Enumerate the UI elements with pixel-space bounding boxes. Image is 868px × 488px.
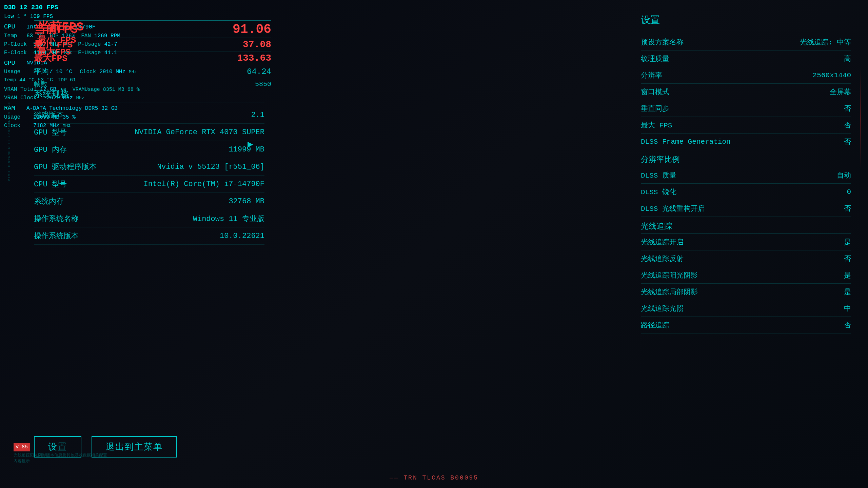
ray-tracing-row: 光线追踪反射 否 — [641, 250, 851, 267]
version-description: 光线追踪阳光阴影版本信息及其他游戏数据相关配置内容显示 — [14, 453, 108, 464]
specs-title: 系统规格 — [34, 88, 264, 102]
spec-row: GPU 驱动程序版本 Nvidia v 55123 [r551_06] — [34, 158, 264, 176]
avg-fps-label: 平均 — [34, 66, 49, 77]
setting-row: 纹理质量 高 — [641, 50, 851, 67]
spec-value-3: Nvidia v 55123 [r551_06] — [157, 163, 264, 171]
spec-value-5: 32768 MB — [229, 197, 264, 206]
ray-tracing-row: 光线追踪光照 中 — [641, 300, 851, 317]
resolution-ratio-header: 分辨率比例 — [641, 150, 851, 167]
setting-value-2: 全屏幕 — [830, 87, 851, 97]
setting-label-4: 最大 FPS — [641, 120, 672, 130]
rr-label-2: DLSS 光线重构开启 — [641, 204, 705, 213]
frames-value: 5850 — [255, 80, 271, 88]
spec-value-7: 10.0.22621 — [220, 232, 264, 240]
cursor-arrow: ▶ — [248, 138, 253, 150]
preset-value: 光线追踪: 中等 — [800, 37, 851, 47]
rr-label-0: DLSS 质量 — [641, 170, 676, 180]
preset-label: 预设方案名称 — [641, 37, 684, 47]
specs-section: 系统规格 游戏版本 2.1 GPU 型号 NVIDIA GeForce RTX … — [34, 88, 264, 245]
rr-value-1: 0 — [847, 188, 851, 196]
rt-value-2: 是 — [844, 270, 851, 280]
spec-row: GPU 型号 NVIDIA GeForce RTX 4070 SUPER — [34, 124, 264, 141]
rt-label-1: 光线追踪反射 — [641, 254, 684, 263]
rr-label-1: DLSS 锐化 — [641, 187, 676, 197]
cpu-label: CPU — [4, 22, 24, 32]
rt-value-5: 否 — [844, 320, 851, 330]
left-decoration: CYBERPUNK 2077 PERFORMANCE DATA — [7, 102, 11, 182]
spec-value-2: 11999 MB — [229, 145, 264, 154]
ray-tracing-header: 光线追踪 — [641, 217, 851, 234]
gpu-usage-label: Usage — [4, 68, 31, 76]
spec-row: 操作系统版本 10.0.22621 — [34, 227, 264, 245]
eclock-label: E-Clock — [4, 49, 31, 57]
rt-value-1: 否 — [844, 254, 851, 263]
rt-label-4: 光线追踪光照 — [641, 304, 684, 313]
fps-stats-section: 当前FPS 91.06 最小 FPS 37.08 最大FPS 133.63 平均… — [34, 20, 271, 90]
rr-value-2: 否 — [844, 204, 851, 213]
preset-row: 预设方案名称 光线追踪: 中等 — [641, 34, 851, 50]
setting-row: 窗口模式 全屏幕 — [641, 84, 851, 100]
gpu-label: GPU — [4, 59, 24, 68]
pclock-label: P-Clock — [4, 40, 31, 49]
setting-label-3: 垂直同步 — [641, 104, 669, 113]
rt-value-3: 是 — [844, 287, 851, 297]
rt-label-5: 路径追踪 — [641, 320, 669, 330]
temp-label: Temp — [4, 32, 24, 40]
resolution-ratio-row: DLSS 光线重构开启 否 — [641, 200, 851, 217]
rt-label-3: 光线追踪局部阴影 — [641, 287, 698, 297]
spec-row: GPU 内存 11999 MB — [34, 141, 264, 158]
rt-label-0: 光线追踪开启 — [641, 237, 684, 247]
settings-panel: 设置 预设方案名称 光线追踪: 中等 纹理质量 高 分辨率 868x488 … — [641, 14, 851, 333]
spec-label-1: GPU 型号 — [34, 127, 67, 137]
min-fps-value: 37.08 — [243, 39, 271, 50]
setting-row: 最大 FPS 否 — [641, 117, 851, 134]
version-badge: V 85 — [14, 443, 30, 451]
setting-value-5: 否 — [844, 137, 851, 146]
spec-label-5: 系统内存 — [34, 196, 64, 206]
setting-value-4: 否 — [844, 120, 851, 130]
low-fps-line: Low 1 ° 109 FPS — [4, 13, 53, 21]
spec-label-2: GPU 内存 — [34, 144, 67, 155]
version-info: V 85 光线追踪阳光阴影版本信息及其他游戏数据相关配置内容显示 — [14, 443, 108, 464]
vram-total-label: VRAM Total — [4, 85, 38, 94]
spec-value-4: Intel(R) Core(TM) i7-14790F — [144, 180, 264, 188]
setting-label-5: DLSS Frame Generation — [641, 138, 731, 146]
spec-row: 操作系统名称 Windows 11 专业版 — [34, 210, 264, 227]
d3d-line: D3D 12 230 FPS — [4, 3, 58, 13]
spec-label-4: CPU 型号 — [34, 179, 67, 189]
spec-label-6: 操作系统名称 — [34, 214, 79, 224]
spec-row: 系统内存 32768 MB — [34, 193, 264, 210]
frames-label: 帧数 — [34, 80, 47, 89]
setting-value-1: 868x488 — [813, 72, 851, 79]
ray-tracing-row: 光线追踪阳光阴影 是 — [641, 267, 851, 284]
bottom-center-text: —— TRN_TLCAS_B00095 — [390, 474, 478, 481]
setting-row: 分辨率 868x488 — [641, 67, 851, 84]
right-edge-decoration — [860, 68, 861, 169]
setting-label-2: 窗口模式 — [641, 87, 669, 97]
spec-label-3: GPU 驱动程序版本 — [34, 162, 97, 172]
ray-tracing-row: 光线追踪开启 是 — [641, 234, 851, 250]
setting-row: 垂直同步 否 — [641, 100, 851, 117]
rr-value-0: 自动 — [837, 170, 851, 180]
max-fps-value: 133.63 — [237, 53, 271, 63]
settings-title: 设置 — [641, 14, 851, 29]
ray-tracing-row: 路径追踪 否 — [641, 317, 851, 333]
min-fps-row-label: 最小 FPS — [34, 39, 73, 50]
spec-label-0: 游戏版本 — [34, 110, 64, 120]
spec-value-1: NVIDIA GeForce RTX 4070 SUPER — [135, 128, 264, 137]
avg-fps-value: 64.24 — [247, 67, 271, 76]
bottom-bar: —— TRN_TLCAS_B00095 — [0, 468, 868, 488]
rt-label-2: 光线追踪阳光阴影 — [641, 270, 698, 280]
current-fps-value: 91.06 — [233, 22, 271, 37]
setting-row: DLSS Frame Generation 否 — [641, 134, 851, 150]
spec-value-0: 2.1 — [251, 111, 264, 119]
ray-tracing-row: 光线追踪局部阴影 是 — [641, 284, 851, 300]
spec-value-6: Windows 11 专业版 — [193, 214, 264, 224]
spec-row: 游戏版本 2.1 — [34, 106, 264, 124]
max-fps-row-label: 最大FPS — [34, 52, 67, 64]
setting-value-0: 高 — [844, 54, 851, 63]
resolution-ratio-row: DLSS 质量 自动 — [641, 167, 851, 184]
setting-label-0: 纹理质量 — [641, 54, 669, 63]
setting-label-1: 分辨率 — [641, 70, 662, 80]
rt-value-0: 是 — [844, 237, 851, 247]
